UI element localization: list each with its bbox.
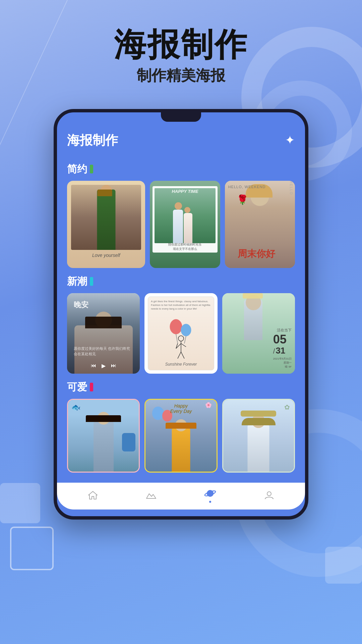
- svg-line-7: [181, 343, 186, 347]
- section-trendy-accent: [90, 277, 93, 286]
- template-happy-time[interactable]: 陪你度过那时候的时光当现在文字不在那么 HAPPY TIME: [150, 181, 220, 268]
- section-cute-accent: [90, 383, 93, 391]
- page-title: 海报制作: [0, 27, 362, 62]
- nav-landscape[interactable]: [146, 490, 157, 500]
- happy-time-text: 陪你度过那时候的时光当现在文字不在那么: [154, 243, 216, 251]
- nav-active-dot: [209, 501, 211, 503]
- svg-line-1: [176, 334, 178, 343]
- bottom-navigation: [57, 483, 305, 509]
- template-weather[interactable]: 活在当下 05 / 31 2021年5月31日星期一晴 5F: [222, 293, 295, 374]
- deco-square-1: [0, 483, 40, 523]
- page-subtitle: 制作精美海报: [0, 66, 362, 86]
- weather-day: 31: [276, 345, 285, 356]
- sunshine-top-text: A girl likes the finest things. classy a…: [151, 300, 211, 311]
- deco-square-3: [325, 547, 362, 584]
- section-simple-label: 简约: [67, 162, 87, 176]
- svg-line-3: [184, 336, 186, 343]
- section-trendy-label: 新潮: [67, 275, 87, 288]
- weather-slash: /: [273, 347, 275, 355]
- section-cute-label: 可爱: [67, 380, 87, 394]
- template-happy-every-day[interactable]: HappyEvery Day 🌸: [144, 399, 217, 473]
- nav-profile[interactable]: [264, 490, 275, 500]
- page-header: 海报制作 制作精美海报: [0, 0, 362, 99]
- section-simple: 简约: [67, 162, 295, 176]
- svg-point-0: [170, 319, 182, 334]
- svg-line-9: [181, 352, 184, 359]
- cute-template-grid: 🐟 HappyEvery Day 🌸: [67, 399, 295, 473]
- profile-icon: [264, 490, 275, 500]
- deco-square-2: [10, 527, 54, 570]
- flower-deco: 🌸: [205, 402, 212, 408]
- sunshine-sketch: [161, 313, 201, 360]
- weekend-cn-text: 周末你好: [228, 248, 286, 260]
- weekend-en-text: HELLO, WEEKEND: [228, 185, 266, 189]
- trendy-template-grid: 晚安 愿你度过美好的每天 也许我们终究会在某处相见 ⏮ ▶ ⏭ A girl l…: [67, 293, 295, 374]
- template-hello-weekend[interactable]: 🌹 HELLO, WEEKEND 周末你好 HELLO: [225, 181, 295, 268]
- nav-home[interactable]: [87, 490, 98, 500]
- sunshine-caption: Sunshine Forever: [148, 362, 214, 367]
- section-cute: 可爱: [67, 380, 295, 394]
- love-yourself-image: [71, 185, 141, 250]
- svg-point-2: [181, 324, 191, 336]
- template-goodnight[interactable]: 晚安 愿你度过美好的每天 也许我们终究会在某处相见 ⏮ ▶ ⏭: [67, 293, 140, 374]
- weekend-vertical-text: HELLO: [289, 181, 293, 268]
- template-love-yourself[interactable]: Love yourself: [67, 181, 145, 268]
- nav-planet[interactable]: [204, 487, 216, 503]
- play-icon[interactable]: ▶: [102, 363, 106, 369]
- weather-info: 活在当下 05 / 31 2021年5月31日星期一晴 5F: [273, 328, 292, 369]
- weather-month: 05: [273, 333, 287, 345]
- goodnight-subtext: 愿你度过美好的每天 也许我们终究会在某处相见: [74, 346, 133, 357]
- cute-dress-deco: ✿: [284, 403, 290, 411]
- home-icon: [87, 490, 98, 500]
- app-header: 海报制作 ✦: [67, 128, 295, 156]
- simple-template-grid: Love yourself 陪你度过那时候的时光当现在文字不在那么: [67, 181, 295, 268]
- svg-point-4: [178, 336, 184, 341]
- weather-activity: 活在当下: [273, 328, 292, 333]
- prev-icon[interactable]: ⏮: [91, 363, 96, 369]
- next-icon[interactable]: ⏭: [111, 363, 116, 369]
- landscape-icon: [146, 490, 157, 500]
- template-cute-dress[interactable]: ✿: [222, 399, 295, 473]
- phone-mockup: 海报制作 ✦ 简约 Love yourself: [54, 109, 308, 520]
- svg-point-14: [267, 492, 271, 496]
- phone-notch: [161, 112, 201, 122]
- cute-blue-icon: 🐟: [71, 403, 80, 412]
- sparkle-icon: ✦: [285, 133, 295, 147]
- goodnight-main-text: 晚安: [74, 300, 88, 310]
- planet-icon: [204, 487, 216, 499]
- section-simple-accent: [90, 165, 93, 173]
- happy-time-title: HAPPY TIME: [150, 189, 220, 194]
- section-trendy: 新潮: [67, 275, 295, 288]
- svg-point-13: [207, 490, 214, 497]
- weather-detail: 2021年5月31日星期一晴 5F: [273, 357, 292, 369]
- app-inner-title: 海报制作: [67, 132, 118, 149]
- phone-content: 海报制作 ✦ 简约 Love yourself: [57, 122, 305, 479]
- svg-line-8: [178, 352, 181, 359]
- music-controls[interactable]: ⏮ ▶ ⏭: [67, 363, 140, 369]
- template-sunshine[interactable]: A girl likes the finest things. classy a…: [144, 293, 217, 374]
- love-yourself-caption: Love yourself: [92, 253, 120, 258]
- template-cute-blue[interactable]: 🐟: [67, 399, 140, 473]
